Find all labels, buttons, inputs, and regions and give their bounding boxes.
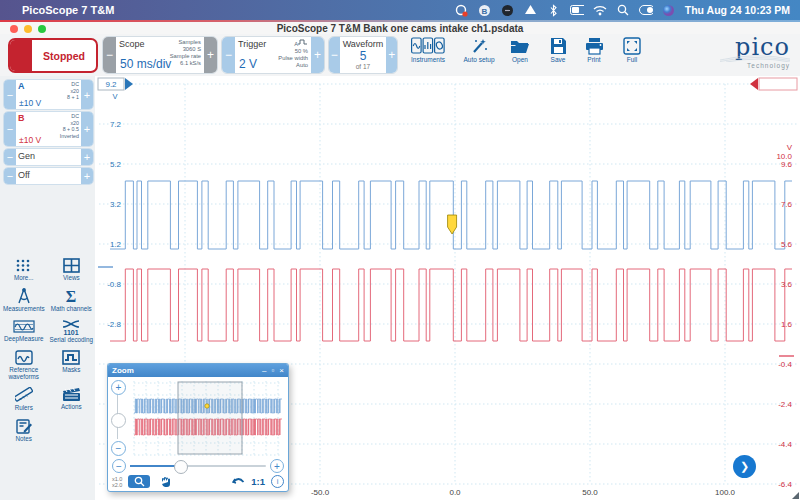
horizontal-zoom-track[interactable] [130, 465, 266, 467]
svg-text:-0.4: -0.4 [778, 360, 792, 369]
sidebar-item-rulers[interactable]: Rulers [0, 387, 48, 411]
wifi-icon[interactable] [593, 3, 607, 17]
one-to-one-button[interactable]: 1:1 [251, 476, 265, 487]
more-icon [15, 258, 33, 273]
open-folder-icon [510, 37, 530, 55]
triangle-icon[interactable] [524, 3, 538, 17]
svg-text:100.0: 100.0 [715, 488, 736, 497]
channel-off-card[interactable]: − Off + [3, 167, 94, 185]
zoom-minimize-button[interactable]: – [262, 366, 266, 375]
trigger-settings-card[interactable]: − Trigger 2 V A 50 % Pulse width Auto + [221, 36, 325, 74]
reference-waveforms-icon [15, 350, 33, 365]
b-circle-icon[interactable]: B [478, 3, 492, 17]
pan-tool-button[interactable] [156, 475, 174, 488]
svg-text:7.6: 7.6 [781, 200, 793, 209]
magnifier-icon [134, 476, 145, 487]
sidebar-item-views[interactable]: Views [48, 258, 96, 281]
zoom-window-titlebar[interactable]: Zoom – ▫ × [108, 364, 288, 377]
horizontal-zoom-knob[interactable] [174, 460, 188, 474]
battery-icon[interactable] [570, 3, 584, 17]
actions-icon [62, 387, 81, 402]
svg-text:Σ: Σ [66, 288, 76, 304]
channel-b-card[interactable]: − B ±10 V DC x20 8 + 0.5 Inverted + [3, 111, 94, 147]
sidebar-item-serial-decoding[interactable]: 1101 Serial decoding [48, 319, 96, 343]
svg-text:-2.4: -2.4 [778, 400, 792, 409]
channel-b-decrease-button[interactable]: − [4, 112, 16, 146]
sidebar-item-reference-waveforms[interactable]: Reference waveforms [0, 350, 48, 380]
channel-a-decrease-button[interactable]: − [4, 80, 16, 109]
zoom-overview-window[interactable]: Zoom – ▫ × + − − + x1.0x2.0 1:1 [107, 363, 289, 492]
macos-menubar: PicoScope 7 T&M B Thu Aug 24 10:23 PM [0, 0, 800, 20]
pulse-icon [298, 39, 308, 45]
zoom-in-vertical-button[interactable]: + [111, 380, 126, 395]
generator-name: Gen [18, 150, 79, 161]
channel-off-decrease-button[interactable]: − [4, 168, 16, 184]
svg-text:-0.8: -0.8 [107, 280, 121, 289]
channel-a-range: ±10 V [19, 98, 41, 108]
resize-handle-icon[interactable] [792, 492, 799, 499]
zoom-info-button[interactable]: i [271, 475, 284, 488]
search-icon[interactable] [616, 3, 630, 17]
vertical-zoom-knob[interactable] [111, 413, 126, 428]
sidebar-item-math-channels[interactable]: Σ Math channels [48, 288, 96, 312]
svg-text:0.0: 0.0 [449, 488, 461, 497]
svg-text:V: V [112, 92, 117, 101]
toolbar: Stopped − Scope 50 ms/div Samples 3060 S… [0, 34, 800, 77]
sidebar-item-actions[interactable]: Actions [48, 387, 96, 411]
sidebar-item-measurements[interactable]: Measurements [0, 288, 48, 312]
display-switch-icon[interactable] [639, 3, 653, 17]
menubar-clock[interactable]: Thu Aug 24 10:23 PM [685, 4, 790, 16]
sidebar-item-masks[interactable]: Masks [48, 350, 96, 380]
generator-decrease-button[interactable]: − [4, 149, 16, 165]
timebase-increase-button[interactable]: + [204, 37, 217, 73]
assistant-icon[interactable] [662, 3, 676, 17]
channel-b-axis-marker[interactable] [750, 78, 797, 90]
sidebar-item-notes[interactable]: Notes [0, 418, 48, 442]
zoom-in-horizontal-button[interactable]: + [270, 459, 284, 473]
channel-a-axis-marker[interactable]: 9.2 V [98, 78, 133, 101]
bluetooth-icon[interactable] [547, 3, 561, 17]
channel-b-increase-button[interactable]: + [81, 112, 93, 146]
svg-text:V: V [787, 143, 793, 152]
scope-settings-card[interactable]: − Scope 50 ms/div Samples 3060 S Sample … [102, 36, 218, 74]
full-screen-button[interactable]: Full [608, 37, 656, 63]
next-page-button[interactable]: ❯ [733, 455, 756, 478]
trigger-decrease-button[interactable]: − [222, 37, 235, 73]
svg-text:50.0: 50.0 [582, 488, 598, 497]
zoom-close-button[interactable]: × [279, 366, 284, 375]
masks-icon [62, 350, 80, 365]
svg-text:5.6: 5.6 [781, 240, 793, 249]
app-status-icon[interactable] [455, 3, 469, 17]
svg-text:5.2: 5.2 [110, 160, 122, 169]
record-status-icon[interactable] [501, 3, 515, 17]
window-title: PicoScope 7 T&M Bank one cams intake ch1… [0, 23, 800, 34]
channel-a-increase-button[interactable]: + [81, 80, 93, 109]
full-screen-icon [623, 37, 641, 55]
sidebar-item-more[interactable]: More... [0, 258, 48, 281]
waveform-title: Waveform [343, 39, 384, 49]
undo-zoom-icon[interactable] [232, 476, 245, 487]
zoom-overview-thumbnail[interactable] [132, 379, 284, 457]
auto-setup-icon [470, 37, 488, 55]
channel-a-card[interactable]: − A ±10 V DC x20 8 + 1 + [3, 79, 94, 110]
menubar-app-name[interactable]: PicoScope 7 T&M [22, 4, 114, 16]
trigger-increase-button[interactable]: + [311, 37, 324, 73]
sidebar-item-deepmeasure[interactable]: DeepMeasure [0, 319, 48, 343]
waveform-number: 5 [343, 49, 384, 63]
zoom-maximize-button[interactable]: ▫ [271, 366, 274, 375]
timebase-decrease-button[interactable]: − [103, 37, 116, 73]
zoom-out-horizontal-button[interactable]: − [112, 459, 126, 473]
trigger-info: A 50 % Pulse width Auto [278, 39, 308, 69]
waveform-previous-button[interactable]: − [329, 37, 340, 73]
waveform-next-button[interactable]: + [386, 37, 397, 73]
instruments-button[interactable]: Instruments [400, 37, 456, 63]
generator-card[interactable]: − Gen + [3, 148, 94, 166]
zoom-out-vertical-button[interactable]: − [111, 441, 126, 456]
stopped-button[interactable]: Stopped [8, 38, 98, 73]
svg-text:7.2: 7.2 [110, 120, 122, 129]
generator-increase-button[interactable]: + [81, 149, 93, 165]
channel-off-increase-button[interactable]: + [81, 168, 93, 184]
zoom-tool-button[interactable] [128, 475, 150, 488]
waveform-buffer-card[interactable]: − Waveform 5 of 17 + [328, 36, 398, 74]
timebase-value: 50 ms/div [120, 57, 171, 71]
